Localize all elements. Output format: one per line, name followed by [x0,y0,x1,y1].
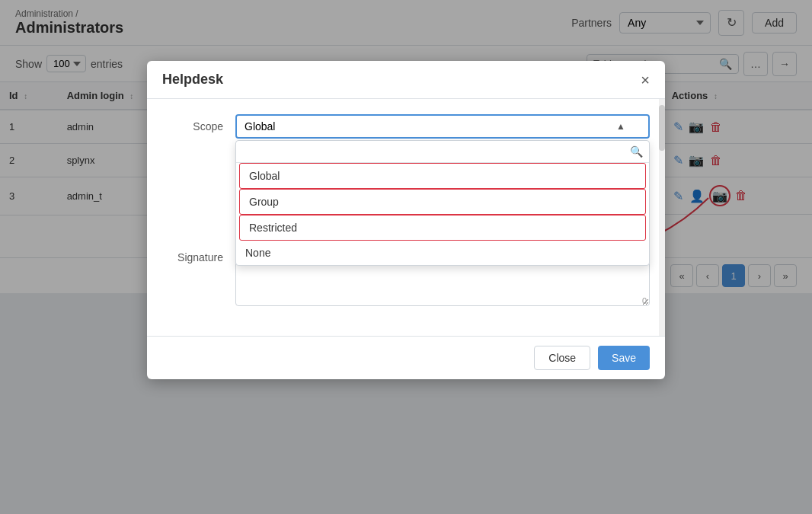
chevron-up-icon: ▲ [616,121,625,132]
option-restricted[interactable]: Restricted [239,215,646,241]
modal-scrollbar-thumb[interactable] [659,105,665,151]
dropdown-search-row: 🔍 [236,141,649,163]
modal-scrollbar-track[interactable] [659,99,665,336]
scope-select[interactable]: Global ▲ [235,114,650,139]
signature-label: Signature [162,245,223,263]
scope-dropdown: 🔍 Global Group Restricted None [235,140,650,266]
scope-value: Global [245,120,275,132]
save-button[interactable]: Save [598,346,650,370]
scope-label: Scope [162,114,223,132]
modal-footer: Close Save [147,336,665,379]
modal-title: Helpdesk [162,72,223,88]
modal-header: Helpdesk × [147,61,665,99]
modal-dialog: Helpdesk × Scope Global ▲ [147,61,665,379]
scope-row: Scope Global ▲ 🔍 Global [162,114,650,139]
dropdown-search-icon: 🔍 [630,145,643,158]
modal-close-button[interactable]: × [641,72,650,88]
dropdown-options: Global Group Restricted None [236,163,649,265]
close-button[interactable]: Close [534,346,590,370]
option-none[interactable]: None [236,241,649,265]
option-group[interactable]: Group [239,189,646,215]
char-count: 0 [642,296,647,305]
option-global[interactable]: Global [239,163,646,189]
dropdown-search-input[interactable] [242,146,625,158]
modal-overlay: Helpdesk × Scope Global ▲ [0,0,812,514]
scope-field: Global ▲ 🔍 Global Group Restricted [235,114,650,139]
modal-body: Scope Global ▲ 🔍 Global [147,99,665,336]
